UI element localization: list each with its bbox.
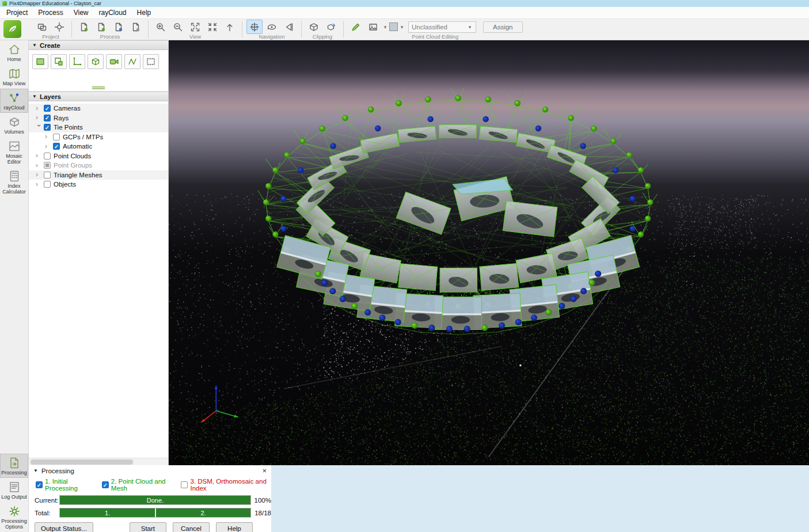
layer-row-cameras[interactable]: › ✓ Cameras bbox=[29, 104, 168, 113]
sidebar-item-processing[interactable]: Processing bbox=[0, 454, 28, 478]
menu-raycloud[interactable]: rayCloud bbox=[94, 7, 132, 18]
chevron-down-icon[interactable]: › bbox=[36, 124, 42, 131]
chevron-right-icon[interactable]: › bbox=[45, 134, 51, 140]
calculator-icon bbox=[8, 170, 21, 183]
step-initial-processing[interactable]: ✓ 1. Initial Processing bbox=[36, 478, 94, 492]
create-processing-area-button[interactable] bbox=[32, 54, 48, 69]
app-icon bbox=[2, 1, 7, 6]
step-point-cloud-and-mesh[interactable]: ✓ 2. Point Cloud and Mesh bbox=[102, 478, 173, 492]
layer-row-rays[interactable]: › ✓ Rays bbox=[29, 113, 168, 123]
main-toolbar: Project Process bbox=[0, 19, 809, 40]
step2-checkbox[interactable]: ✓ bbox=[102, 481, 109, 488]
point-groups-checkbox[interactable]: ✓ bbox=[44, 162, 51, 169]
layer-row-automatic[interactable]: › ✓ Automatic bbox=[29, 142, 168, 151]
gcp-mtp-manager-button[interactable] bbox=[51, 20, 67, 34]
sidebar-item-log-output[interactable]: Log Output bbox=[0, 478, 28, 502]
process-step1-button[interactable] bbox=[76, 20, 92, 34]
assign-button[interactable]: Assign bbox=[483, 21, 523, 33]
step-dsm-orthomosaic-index[interactable]: ✓ 3. DSM, Orthomosaic and Index bbox=[181, 478, 271, 492]
create-volume-button[interactable] bbox=[88, 54, 104, 69]
create-surface-button[interactable] bbox=[51, 54, 67, 69]
chevron-right-icon[interactable]: › bbox=[36, 115, 42, 121]
create-section-header[interactable]: ▼ Create bbox=[29, 40, 168, 50]
close-icon[interactable]: × bbox=[262, 468, 267, 474]
layer-label-gcps-mtps: GCPs / MTPs bbox=[63, 134, 103, 140]
start-button[interactable]: Start bbox=[130, 522, 166, 532]
classification-select[interactable]: Unclassified ▾ bbox=[408, 21, 476, 33]
layer-row-tie-points[interactable]: › ✓ Tie Points bbox=[29, 123, 168, 132]
sidebar-item-raycloud[interactable]: rayCloud bbox=[0, 89, 28, 113]
chevron-right-icon[interactable]: › bbox=[36, 181, 42, 188]
layer-row-triangle-meshes[interactable]: › ✓ Triangle Meshes bbox=[29, 170, 168, 180]
triangle-meshes-checkbox[interactable]: ✓ bbox=[44, 172, 51, 178]
collapse-triangle-icon[interactable]: ▼ bbox=[33, 468, 38, 473]
create-orientation-constraint-button[interactable] bbox=[143, 54, 159, 69]
class-color-swatch[interactable] bbox=[389, 22, 398, 31]
step1-checkbox[interactable]: ✓ bbox=[36, 481, 43, 488]
menu-project[interactable]: Project bbox=[1, 7, 33, 18]
cancel-button[interactable]: Cancel bbox=[173, 522, 210, 532]
standard-navigation-button[interactable] bbox=[246, 20, 263, 34]
process-step3-button[interactable] bbox=[111, 20, 127, 34]
zoom-out-button[interactable] bbox=[170, 20, 186, 34]
add-images-button[interactable] bbox=[34, 20, 50, 34]
fit-view-button[interactable] bbox=[187, 20, 203, 34]
point-clouds-checkbox[interactable]: ✓ bbox=[44, 153, 51, 159]
gear-icon bbox=[8, 505, 21, 518]
selection-tool-button[interactable] bbox=[365, 20, 381, 34]
processing-steps: ✓ 1. Initial Processing ✓ 2. Point Cloud… bbox=[29, 475, 271, 493]
sidebar-item-mosaic-editor[interactable]: Mosaic Editor bbox=[0, 137, 28, 167]
menu-process[interactable]: Process bbox=[33, 7, 68, 18]
gcps-mtps-checkbox[interactable]: ✓ bbox=[53, 134, 60, 140]
zoom-in-button[interactable] bbox=[153, 20, 169, 34]
view-home-button[interactable] bbox=[222, 20, 238, 34]
class-color-dropdown[interactable]: ▾ bbox=[399, 24, 405, 30]
layers-section-header[interactable]: ▼ Layers bbox=[29, 92, 168, 101]
scrollbar-handle[interactable] bbox=[31, 459, 133, 465]
volume-cube-icon bbox=[90, 56, 101, 67]
first-person-navigation-button[interactable] bbox=[281, 20, 297, 34]
menu-view[interactable]: View bbox=[69, 7, 94, 18]
chevron-right-icon[interactable]: › bbox=[36, 162, 42, 169]
sidebar-item-processing-options[interactable]: Processing Options bbox=[0, 502, 28, 532]
create-polyline-button[interactable] bbox=[69, 54, 85, 69]
raycloud-3d-viewport[interactable] bbox=[169, 40, 809, 465]
output-status-button[interactable]: Output Status... bbox=[35, 522, 93, 532]
cameras-checkbox[interactable]: ✓ bbox=[44, 105, 51, 112]
help-button[interactable]: Help bbox=[216, 522, 253, 532]
objects-checkbox[interactable]: ✓ bbox=[44, 181, 51, 188]
clipping-box-button[interactable] bbox=[306, 20, 322, 34]
sidebar-item-home[interactable]: Home bbox=[0, 40, 28, 64]
rays-checkbox[interactable]: ✓ bbox=[44, 115, 51, 121]
selection-tool-dropdown[interactable]: ▾ bbox=[382, 24, 388, 30]
zoom-selection-button[interactable] bbox=[204, 20, 221, 34]
sidebar-item-map-view[interactable]: Map View bbox=[0, 64, 28, 89]
layer-row-objects[interactable]: › ✓ Objects bbox=[29, 180, 168, 189]
menu-help[interactable]: Help bbox=[132, 7, 157, 18]
tie-points-checkbox[interactable]: ✓ bbox=[44, 124, 51, 131]
layer-row-point-groups[interactable]: › ✓ Point Groups bbox=[29, 161, 168, 170]
sidebar-item-index-calculator[interactable]: Index Calculator bbox=[0, 167, 28, 197]
process-options-button[interactable] bbox=[128, 20, 144, 34]
chevron-down-icon: ▾ bbox=[467, 24, 473, 30]
orbit-navigation-button[interactable] bbox=[264, 20, 280, 34]
sidebar-item-volumes[interactable]: Volumes bbox=[0, 113, 28, 137]
layers-horizontal-scrollbar[interactable] bbox=[29, 458, 168, 465]
create-scale-constraint-button[interactable] bbox=[124, 54, 140, 69]
layer-row-gcps-mtps[interactable]: › ✓ GCPs / MTPs bbox=[29, 132, 168, 142]
panel-splitter[interactable] bbox=[29, 85, 168, 92]
titlebar[interactable]: Pix4Dmapper Educational - Clayton_car bbox=[0, 0, 809, 7]
chevron-right-icon[interactable]: › bbox=[36, 153, 42, 159]
crosshair-icon bbox=[54, 22, 64, 32]
automatic-checkbox[interactable]: ✓ bbox=[53, 143, 60, 150]
step3-checkbox[interactable]: ✓ bbox=[181, 481, 188, 488]
edit-point-cloud-button[interactable] bbox=[348, 20, 364, 34]
layer-row-point-clouds[interactable]: › ✓ Point Clouds bbox=[29, 151, 168, 161]
chevron-right-icon[interactable]: › bbox=[36, 172, 42, 178]
chevron-right-icon[interactable]: › bbox=[36, 105, 42, 112]
apply-clipping-button[interactable] bbox=[323, 20, 339, 34]
collapse-triangle-icon: ▼ bbox=[32, 94, 37, 99]
chevron-right-icon[interactable]: › bbox=[45, 143, 51, 150]
process-step2-button[interactable] bbox=[93, 20, 109, 34]
create-animation-button[interactable] bbox=[106, 54, 122, 69]
